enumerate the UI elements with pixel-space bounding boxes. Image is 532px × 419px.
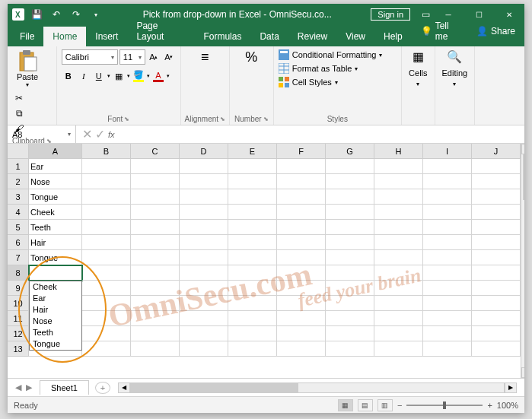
cell[interactable] [423, 281, 472, 296]
underline-button[interactable]: U [92, 69, 106, 83]
cell[interactable] [277, 341, 326, 357]
cell[interactable] [228, 281, 277, 296]
format-as-table-button[interactable]: Format as Table▾ [279, 63, 358, 74]
tab-insert[interactable]: Insert [86, 27, 127, 46]
cell[interactable] [228, 205, 277, 220]
cell[interactable] [180, 205, 228, 220]
cell[interactable] [326, 281, 374, 296]
cell[interactable] [228, 250, 277, 265]
vertical-scrollbar[interactable]: ▲ ▼ [521, 144, 524, 378]
cell[interactable] [82, 311, 131, 326]
cell[interactable] [228, 341, 277, 357]
fx-icon[interactable]: fx [108, 130, 115, 139]
cell[interactable] [82, 205, 131, 220]
scroll-right-icon[interactable]: ▶ [505, 382, 517, 393]
picklist-item[interactable]: Ear [30, 293, 81, 304]
cell[interactable] [472, 235, 521, 250]
cell[interactable] [180, 311, 228, 326]
cell[interactable] [277, 311, 326, 326]
tab-view[interactable]: View [336, 27, 374, 46]
cell[interactable] [82, 281, 131, 296]
cell[interactable] [228, 189, 277, 205]
qat-customize-icon[interactable]: ▾ [88, 7, 104, 22]
column-header[interactable]: C [131, 144, 180, 159]
cell[interactable]: Hair [29, 235, 82, 250]
name-box[interactable]: A8▾ [8, 125, 76, 143]
row-header[interactable]: 1 [8, 159, 29, 174]
cell[interactable] [131, 205, 180, 220]
cell[interactable] [277, 220, 326, 235]
cell[interactable] [228, 326, 277, 341]
tab-help[interactable]: Help [374, 27, 412, 46]
cell[interactable] [277, 281, 326, 296]
undo-icon[interactable]: ↶ [49, 7, 64, 22]
cell[interactable] [472, 341, 521, 357]
number-format-icon[interactable]: % [245, 49, 257, 65]
cell[interactable] [180, 265, 228, 281]
cell[interactable] [228, 265, 277, 281]
font-name-combo[interactable]: Calibri▾ [62, 49, 118, 65]
row-header[interactable]: 9 [8, 281, 29, 296]
picklist-item[interactable]: Cheek [30, 281, 81, 293]
cell[interactable] [277, 250, 326, 265]
cell[interactable]: Tongue [29, 189, 82, 205]
page-layout-view-button[interactable]: ▤ [358, 399, 373, 411]
sheet-nav-prev-icon[interactable]: ◀ [15, 382, 21, 392]
cell[interactable] [82, 174, 131, 189]
cell[interactable] [131, 311, 180, 326]
cell[interactable] [423, 250, 472, 265]
cell[interactable] [277, 326, 326, 341]
row-header[interactable]: 2 [8, 174, 29, 189]
cell[interactable] [82, 296, 131, 311]
cell[interactable] [472, 296, 521, 311]
column-header[interactable]: A [29, 144, 82, 159]
cut-icon[interactable]: ✂ [12, 91, 26, 105]
cell[interactable] [326, 174, 374, 189]
cell[interactable] [423, 311, 472, 326]
cell[interactable] [180, 174, 228, 189]
cell[interactable]: Teeth [29, 220, 82, 235]
cell[interactable] [82, 326, 131, 341]
cell[interactable] [228, 159, 277, 174]
row-header[interactable]: 8 [8, 265, 29, 281]
cell[interactable] [423, 265, 472, 281]
cell[interactable] [131, 174, 180, 189]
cell[interactable] [82, 220, 131, 235]
sheet-nav-next-icon[interactable]: ▶ [26, 382, 32, 392]
page-break-view-button[interactable]: ▥ [377, 399, 393, 411]
column-header[interactable]: E [228, 144, 277, 159]
tab-data[interactable]: Data [250, 27, 288, 46]
pick-from-list-dropdown[interactable]: CheekEarHairNoseTeethTongue [29, 281, 82, 351]
cell[interactable] [423, 174, 472, 189]
row-header[interactable]: 3 [8, 189, 29, 205]
column-header[interactable]: F [277, 144, 326, 159]
cell[interactable] [423, 341, 472, 357]
cell[interactable]: Cheek [29, 205, 82, 220]
cell[interactable] [374, 296, 423, 311]
cell[interactable] [326, 326, 374, 341]
cell[interactable] [180, 296, 228, 311]
cell[interactable] [131, 281, 180, 296]
cell[interactable] [326, 220, 374, 235]
cell[interactable] [180, 220, 228, 235]
cell[interactable] [180, 281, 228, 296]
formula-input[interactable] [121, 125, 524, 143]
cell[interactable] [82, 250, 131, 265]
picklist-item[interactable]: Hair [30, 304, 81, 316]
cell[interactable] [472, 281, 521, 296]
cell[interactable] [180, 250, 228, 265]
picklist-item[interactable]: Teeth [30, 327, 81, 338]
cells-icon[interactable]: ▦ [413, 49, 424, 64]
tab-file[interactable]: File [11, 27, 43, 46]
decrease-font-icon[interactable]: A▾ [162, 50, 176, 64]
cell[interactable] [131, 189, 180, 205]
cell[interactable] [374, 235, 423, 250]
horizontal-scrollbar[interactable]: ◀ ▶ [118, 382, 517, 393]
cell[interactable] [374, 341, 423, 357]
cell[interactable] [131, 296, 180, 311]
cell[interactable] [472, 205, 521, 220]
cancel-formula-icon[interactable]: ✕ [82, 127, 92, 141]
cell[interactable] [374, 311, 423, 326]
cell[interactable] [131, 235, 180, 250]
paste-button[interactable]: Paste ▾ [12, 49, 43, 88]
